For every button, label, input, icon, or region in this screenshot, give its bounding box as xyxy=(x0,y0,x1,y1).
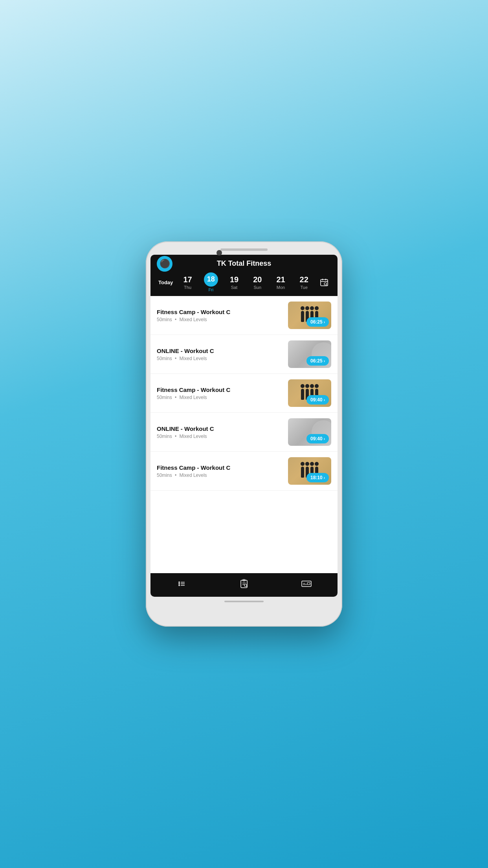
calendar-search-icon[interactable] xyxy=(319,277,330,288)
class-level: Mixed Levels xyxy=(180,395,207,400)
class-item[interactable]: ONLINE - Workout C 50mins • Mixed Levels… xyxy=(150,413,338,452)
class-meta: 50mins • Mixed Levels xyxy=(157,395,283,400)
thumbnail-gym: 09:40 › xyxy=(288,379,331,407)
class-info: ONLINE - Workout C 50mins • Mixed Levels xyxy=(157,348,288,361)
time-badge[interactable]: 09:40 › xyxy=(306,395,329,405)
svg-line-5 xyxy=(326,285,327,285)
phone-screen: ⚫ TK Total Fitness Today 17 Thu 18 Fri 1… xyxy=(150,255,338,597)
class-time: 06:25 xyxy=(310,358,323,364)
thumbnail-online: 06:25 › xyxy=(288,340,331,368)
figure xyxy=(301,389,304,400)
class-thumbnail: 18:10 › xyxy=(288,457,331,485)
class-info: Fitness Camp - Workout C 50mins • Mixed … xyxy=(157,464,288,478)
class-duration: 50mins xyxy=(157,317,172,322)
chevron-right-icon: › xyxy=(324,359,325,363)
class-item[interactable]: Fitness Camp - Workout C 50mins • Mixed … xyxy=(150,374,338,413)
class-thumbnail: 06:25 › xyxy=(288,302,331,329)
time-badge[interactable]: 18:10 › xyxy=(306,473,329,482)
schedule-icon xyxy=(177,580,186,590)
clipboard-icon xyxy=(240,579,248,591)
bottom-nav xyxy=(150,573,338,597)
class-name: ONLINE - Workout C xyxy=(157,425,283,432)
day-thu[interactable]: 17 Thu xyxy=(179,275,196,290)
day-number-19: 19 xyxy=(230,275,238,284)
class-meta: 50mins • Mixed Levels xyxy=(157,473,283,478)
nav-schedule[interactable] xyxy=(150,580,213,590)
speaker xyxy=(220,248,268,251)
app-header: ⚫ TK Total Fitness Today 17 Thu 18 Fri 1… xyxy=(150,255,338,296)
class-thumbnail: 09:40 › xyxy=(288,418,331,446)
class-duration: 50mins xyxy=(157,356,172,361)
day-name-mon: Mon xyxy=(277,285,285,290)
class-time: 18:10 xyxy=(310,475,323,480)
membership-icon xyxy=(301,580,312,590)
class-name: Fitness Camp - Workout C xyxy=(157,464,283,471)
day-name-fri: Fri xyxy=(208,287,213,292)
class-meta: 50mins • Mixed Levels xyxy=(157,317,283,322)
time-badge[interactable]: 06:25 › xyxy=(306,317,329,327)
class-level: Mixed Levels xyxy=(180,317,207,322)
class-info: Fitness Camp - Workout C 50mins • Mixed … xyxy=(157,309,288,322)
thumbnail-online: 09:40 › xyxy=(288,418,331,446)
nav-membership[interactable] xyxy=(275,580,338,590)
class-name: Fitness Camp - Workout C xyxy=(157,309,283,315)
day-sat[interactable]: 19 Sat xyxy=(226,275,243,290)
day-number-21: 21 xyxy=(276,275,285,284)
day-name-thu: Thu xyxy=(184,285,191,290)
app-title: TK Total Fitness xyxy=(217,259,272,268)
day-number-22: 22 xyxy=(300,275,308,284)
day-number-17: 17 xyxy=(183,275,192,284)
class-name: Fitness Camp - Workout C xyxy=(157,386,283,393)
class-item[interactable]: Fitness Camp - Workout C 50mins • Mixed … xyxy=(150,296,338,335)
day-name-tue: Tue xyxy=(300,285,308,290)
day-mon[interactable]: 21 Mon xyxy=(272,275,290,290)
chevron-right-icon: › xyxy=(324,476,325,480)
figure xyxy=(301,467,304,478)
day-number-20: 20 xyxy=(253,275,262,284)
day-number-18: 18 xyxy=(204,272,218,287)
chevron-right-icon: › xyxy=(324,437,325,441)
phone-frame: ⚫ TK Total Fitness Today 17 Thu 18 Fri 1… xyxy=(146,241,342,627)
calendar-row: Today 17 Thu 18 Fri 19 Sat 20 Sun xyxy=(157,272,331,292)
home-bar xyxy=(224,601,264,602)
svg-point-4 xyxy=(324,283,327,285)
class-thumbnail: 06:25 › xyxy=(288,340,331,368)
header-top: ⚫ TK Total Fitness xyxy=(157,259,331,268)
user-icon: ⚫ xyxy=(160,259,170,268)
day-sun[interactable]: 20 Sun xyxy=(249,275,266,290)
class-info: Fitness Camp - Workout C 50mins • Mixed … xyxy=(157,386,288,400)
class-duration: 50mins xyxy=(157,473,172,478)
day-fri[interactable]: 18 Fri xyxy=(202,272,220,292)
class-item[interactable]: ONLINE - Workout C 50mins • Mixed Levels… xyxy=(150,335,338,374)
day-name-sun: Sun xyxy=(253,285,261,290)
class-list: Fitness Camp - Workout C 50mins • Mixed … xyxy=(150,296,338,573)
time-badge[interactable]: 06:25 › xyxy=(306,356,329,366)
class-thumbnail: 09:40 › xyxy=(288,379,331,407)
time-badge[interactable]: 09:40 › xyxy=(306,434,329,443)
svg-rect-22 xyxy=(307,583,310,585)
class-level: Mixed Levels xyxy=(180,356,207,361)
class-level: Mixed Levels xyxy=(180,473,207,478)
class-time: 09:40 xyxy=(310,397,323,403)
camera xyxy=(216,250,222,256)
figure xyxy=(301,311,304,322)
thumbnail-gym: 18:10 › xyxy=(288,457,331,485)
thumbnail-gym: 06:25 › xyxy=(288,302,331,329)
chevron-right-icon: › xyxy=(324,320,325,324)
avatar[interactable]: ⚫ xyxy=(157,256,172,272)
class-meta: 50mins • Mixed Levels xyxy=(157,356,283,361)
class-item[interactable]: Fitness Camp - Workout C 50mins • Mixed … xyxy=(150,452,338,491)
day-name-sat: Sat xyxy=(231,285,238,290)
class-duration: 50mins xyxy=(157,395,172,400)
class-time: 09:40 xyxy=(310,436,323,441)
class-duration: 50mins xyxy=(157,434,172,439)
day-tue[interactable]: 22 Tue xyxy=(295,275,313,290)
today-label[interactable]: Today xyxy=(158,280,173,285)
chevron-right-icon: › xyxy=(324,398,325,402)
class-time: 06:25 xyxy=(310,319,323,325)
class-info: ONLINE - Workout C 50mins • Mixed Levels xyxy=(157,425,288,439)
class-level: Mixed Levels xyxy=(180,434,207,439)
class-name: ONLINE - Workout C xyxy=(157,348,283,354)
nav-bookings[interactable] xyxy=(213,579,275,591)
class-meta: 50mins • Mixed Levels xyxy=(157,434,283,439)
